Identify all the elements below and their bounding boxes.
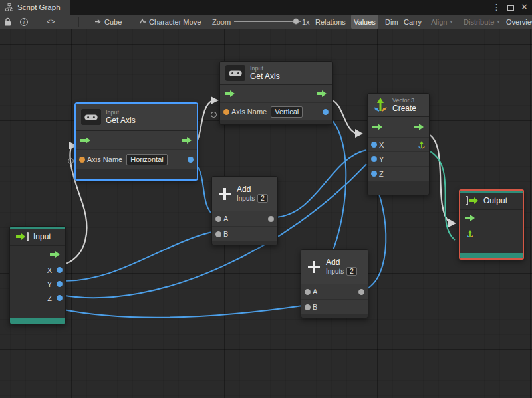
- wire-arrowhead: [355, 129, 363, 138]
- flow-out-port[interactable]: [182, 136, 192, 144]
- maximize-icon[interactable]: [507, 5, 514, 11]
- graph-port-cap: [460, 191, 523, 193]
- input-b-port[interactable]: [305, 304, 311, 310]
- inputs-count-field[interactable]: 2: [257, 194, 268, 203]
- input-b-port[interactable]: [215, 231, 221, 237]
- distribute-dropdown[interactable]: Distribute ▾: [461, 15, 502, 29]
- node-header: Add Inputs 2: [212, 177, 277, 211]
- z-input-port[interactable]: [371, 171, 377, 177]
- node-get-axis-vertical[interactable]: Input Get Axis Axis Name Vertical: [219, 61, 332, 125]
- wire-arrowhead: [211, 96, 219, 104]
- port-row-b: B: [301, 300, 368, 314]
- script-graph-window: Script Graph ⋮ ✕ i <> Cube: [0, 0, 532, 398]
- info-icon: i: [20, 18, 28, 26]
- node-header: Input Get Axis: [220, 62, 332, 85]
- inputs-count-field[interactable]: 2: [346, 267, 357, 276]
- node-header: Add Inputs 2: [301, 250, 368, 284]
- flow-out-port[interactable]: [414, 123, 424, 131]
- info-button[interactable]: i: [17, 15, 31, 29]
- window-controls: ⋮ ✕: [492, 0, 528, 15]
- node-category: Vector 3: [392, 97, 416, 104]
- carry-toggle[interactable]: Carry: [401, 15, 424, 29]
- port-a-label: A: [313, 288, 317, 296]
- wire-arrowhead: [448, 219, 456, 227]
- title-bar: Script Graph ⋮ ✕: [0, 0, 532, 15]
- string-port[interactable]: [223, 109, 229, 115]
- node-title: Input: [33, 232, 51, 241]
- flow-out-port[interactable]: [317, 90, 327, 98]
- unconnected-port-ring[interactable]: [68, 158, 74, 164]
- overview-button[interactable]: Overview: [503, 15, 532, 29]
- breadcrumb-object[interactable]: Cube: [92, 15, 124, 29]
- distribute-label: Distribute: [464, 18, 494, 26]
- node-add-2[interactable]: Add Inputs 2 A B: [301, 249, 368, 318]
- flow-port-row: [76, 131, 197, 149]
- flow-in-port[interactable]: [372, 123, 383, 131]
- values-toggle[interactable]: Values: [351, 15, 378, 29]
- tab-label: Script Graph: [17, 3, 61, 11]
- vector3-icon: [373, 97, 388, 113]
- align-dropdown[interactable]: Align ▾: [428, 15, 455, 29]
- result-port[interactable]: [323, 109, 329, 115]
- zoom-slider[interactable]: [231, 15, 303, 29]
- port-a-label: A: [223, 215, 228, 223]
- graph-port-cap: [460, 253, 523, 258]
- vector3-input-port[interactable]: [466, 229, 475, 239]
- flow-in-port[interactable]: [225, 90, 235, 98]
- x-input-port[interactable]: [371, 142, 377, 148]
- node-graph-output[interactable]: Output: [459, 189, 524, 260]
- zoom-slider-track[interactable]: [234, 21, 301, 22]
- node-title: Add: [237, 185, 268, 194]
- node-get-axis-horizontal[interactable]: Input Get Axis Axis Name Horizontal: [75, 103, 198, 180]
- sum-output-port[interactable]: [358, 289, 364, 295]
- toolbar-separator: [35, 17, 35, 27]
- unconnected-port-ring[interactable]: [211, 112, 217, 118]
- wire-input-x-to-add1-b[interactable]: [61, 231, 215, 281]
- kebab-menu-icon[interactable]: ⋮: [492, 0, 501, 15]
- flow-in-port[interactable]: [80, 136, 91, 144]
- close-icon[interactable]: ✕: [521, 0, 528, 15]
- sum-output-port[interactable]: [268, 216, 274, 222]
- x-output-port[interactable]: [57, 267, 63, 273]
- node-category: Input: [106, 109, 136, 116]
- graph-port-cap: [10, 318, 65, 324]
- y-input-port[interactable]: [371, 156, 377, 162]
- flow-out-port[interactable]: [50, 250, 61, 258]
- param-label: Axis Name: [231, 108, 267, 116]
- chevron-down-icon: ▾: [497, 19, 499, 25]
- port-row-z: Z: [368, 167, 429, 181]
- node-graph-input[interactable]: Input X Y Z: [9, 226, 66, 324]
- graph-canvas[interactable]: Input Get Axis Axis Name Vertical: [0, 29, 532, 398]
- result-port[interactable]: [188, 157, 194, 163]
- port-z-label: Z: [379, 170, 384, 178]
- graph-hierarchy-icon: [5, 3, 13, 11]
- zoom-slider-handle[interactable]: [293, 18, 299, 25]
- dim-toggle[interactable]: Dim: [382, 15, 401, 29]
- flow-in-port[interactable]: [465, 214, 475, 222]
- vector3-output-port[interactable]: [417, 140, 426, 149]
- wire-flow-vector3-to-output[interactable]: [428, 134, 450, 223]
- inputs-label: Inputs: [326, 268, 344, 275]
- breadcrumb-graph[interactable]: Character Move: [136, 15, 203, 29]
- wire-add1-to-vector3-x[interactable]: [275, 150, 366, 217]
- node-category: Input: [250, 65, 280, 72]
- wire-flow-getaxis-v-to-vector3[interactable]: [329, 100, 358, 134]
- input-a-port[interactable]: [215, 216, 221, 222]
- flow-port-row: [220, 85, 332, 102]
- relations-toggle[interactable]: Relations: [313, 15, 348, 29]
- chevron-down-icon: ▾: [450, 19, 452, 25]
- node-add-1[interactable]: Add Inputs 2 A B: [211, 176, 278, 245]
- axis-name-field[interactable]: Horizontal: [126, 154, 168, 165]
- z-output-port[interactable]: [57, 295, 63, 301]
- plus-icon: [217, 187, 232, 201]
- string-port[interactable]: [79, 157, 85, 163]
- breadcrumb-graph-label: Character Move: [149, 18, 201, 26]
- axis-name-field[interactable]: Vertical: [271, 106, 303, 118]
- input-a-port[interactable]: [305, 289, 311, 295]
- tab-script-graph[interactable]: Script Graph: [0, 0, 70, 15]
- y-output-port[interactable]: [57, 281, 63, 287]
- wire-input-z-to-add2-b[interactable]: [61, 306, 303, 318]
- lock-button[interactable]: [1, 15, 14, 29]
- node-vector3-create[interactable]: Vector 3 Create X: [367, 93, 430, 195]
- code-preview-button[interactable]: <>: [44, 15, 59, 29]
